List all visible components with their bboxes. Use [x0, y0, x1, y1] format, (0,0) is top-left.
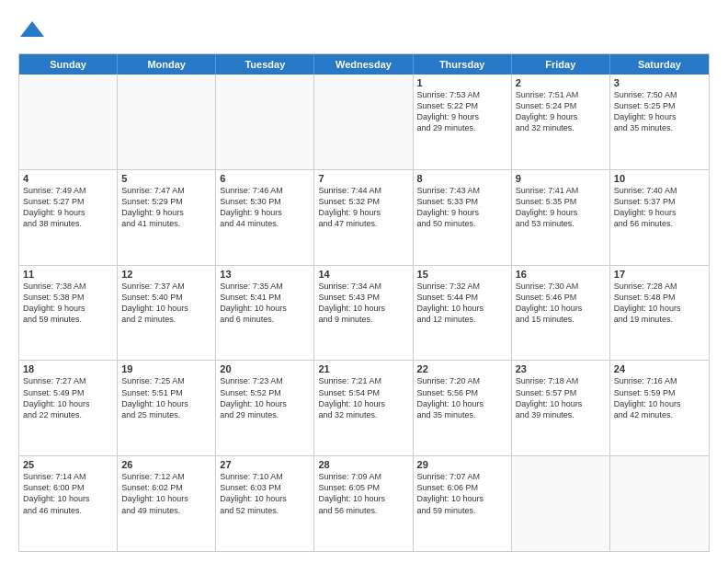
day-cell-12: 12Sunrise: 7:37 AM Sunset: 5:40 PM Dayli… [118, 266, 216, 361]
day-info: Sunrise: 7:49 AM Sunset: 5:27 PM Dayligh… [23, 185, 113, 230]
day-info: Sunrise: 7:27 AM Sunset: 5:49 PM Dayligh… [23, 375, 113, 420]
day-info: Sunrise: 7:40 AM Sunset: 5:37 PM Dayligh… [614, 185, 705, 230]
day-cell-6: 6Sunrise: 7:46 AM Sunset: 5:30 PM Daylig… [216, 170, 314, 265]
day-cell-15: 15Sunrise: 7:32 AM Sunset: 5:44 PM Dayli… [414, 266, 512, 361]
day-cell-4: 4Sunrise: 7:49 AM Sunset: 5:27 PM Daylig… [19, 170, 118, 265]
day-cell-17: 17Sunrise: 7:28 AM Sunset: 5:48 PM Dayli… [610, 266, 709, 361]
svg-marker-0 [20, 21, 44, 37]
calendar-row-3: 11Sunrise: 7:38 AM Sunset: 5:38 PM Dayli… [19, 265, 709, 361]
day-info: Sunrise: 7:25 AM Sunset: 5:51 PM Dayligh… [121, 375, 211, 420]
empty-cell [314, 75, 413, 169]
day-number: 22 [417, 363, 507, 374]
calendar-row-1: 1Sunrise: 7:53 AM Sunset: 5:22 PM Daylig… [19, 75, 709, 169]
day-number: 2 [516, 77, 606, 88]
day-cell-20: 20Sunrise: 7:23 AM Sunset: 5:52 PM Dayli… [216, 361, 314, 455]
day-number: 5 [121, 173, 211, 184]
day-cell-27: 27Sunrise: 7:10 AM Sunset: 6:03 PM Dayli… [216, 456, 314, 551]
day-info: Sunrise: 7:53 AM Sunset: 5:22 PM Dayligh… [417, 89, 507, 134]
day-cell-3: 3Sunrise: 7:50 AM Sunset: 5:25 PM Daylig… [610, 75, 709, 169]
day-cell-26: 26Sunrise: 7:12 AM Sunset: 6:02 PM Dayli… [118, 456, 216, 551]
calendar-row-2: 4Sunrise: 7:49 AM Sunset: 5:27 PM Daylig… [19, 169, 709, 265]
empty-cell [19, 75, 118, 169]
header-day-saturday: Saturday [610, 54, 709, 75]
day-number: 4 [23, 173, 113, 184]
calendar-row-5: 25Sunrise: 7:14 AM Sunset: 6:00 PM Dayli… [19, 455, 709, 551]
day-cell-18: 18Sunrise: 7:27 AM Sunset: 5:49 PM Dayli… [19, 361, 118, 455]
day-number: 15 [417, 269, 507, 280]
day-number: 11 [23, 269, 113, 280]
day-info: Sunrise: 7:34 AM Sunset: 5:43 PM Dayligh… [318, 281, 408, 326]
day-info: Sunrise: 7:37 AM Sunset: 5:40 PM Dayligh… [121, 281, 211, 326]
day-info: Sunrise: 7:12 AM Sunset: 6:02 PM Dayligh… [121, 471, 211, 516]
day-cell-21: 21Sunrise: 7:21 AM Sunset: 5:54 PM Dayli… [314, 361, 413, 455]
day-number: 16 [516, 269, 606, 280]
empty-cell [610, 456, 709, 551]
day-number: 7 [318, 173, 408, 184]
day-number: 17 [614, 269, 705, 280]
day-cell-19: 19Sunrise: 7:25 AM Sunset: 5:51 PM Dayli… [118, 361, 216, 455]
day-cell-23: 23Sunrise: 7:18 AM Sunset: 5:57 PM Dayli… [512, 361, 610, 455]
calendar-row-4: 18Sunrise: 7:27 AM Sunset: 5:49 PM Dayli… [19, 360, 709, 455]
day-number: 18 [23, 363, 113, 374]
day-info: Sunrise: 7:32 AM Sunset: 5:44 PM Dayligh… [417, 281, 507, 326]
day-cell-11: 11Sunrise: 7:38 AM Sunset: 5:38 PM Dayli… [19, 266, 118, 361]
day-cell-9: 9Sunrise: 7:41 AM Sunset: 5:35 PM Daylig… [512, 170, 610, 265]
day-number: 24 [614, 363, 705, 374]
day-info: Sunrise: 7:14 AM Sunset: 6:00 PM Dayligh… [23, 471, 113, 516]
calendar-body: 1Sunrise: 7:53 AM Sunset: 5:22 PM Daylig… [19, 75, 709, 551]
empty-cell [512, 456, 610, 551]
day-cell-28: 28Sunrise: 7:09 AM Sunset: 6:05 PM Dayli… [314, 456, 413, 551]
page: SundayMondayTuesdayWednesdayThursdayFrid… [0, 0, 728, 563]
day-cell-16: 16Sunrise: 7:30 AM Sunset: 5:46 PM Dayli… [512, 266, 610, 361]
logo-icon [18, 17, 46, 44]
day-info: Sunrise: 7:51 AM Sunset: 5:24 PM Dayligh… [516, 89, 606, 134]
day-number: 13 [220, 269, 310, 280]
day-cell-2: 2Sunrise: 7:51 AM Sunset: 5:24 PM Daylig… [512, 75, 610, 169]
day-info: Sunrise: 7:46 AM Sunset: 5:30 PM Dayligh… [220, 185, 310, 230]
day-cell-7: 7Sunrise: 7:44 AM Sunset: 5:32 PM Daylig… [314, 170, 413, 265]
day-number: 27 [220, 459, 310, 470]
day-info: Sunrise: 7:09 AM Sunset: 6:05 PM Dayligh… [318, 471, 408, 516]
day-info: Sunrise: 7:44 AM Sunset: 5:32 PM Dayligh… [318, 185, 408, 230]
day-info: Sunrise: 7:47 AM Sunset: 5:29 PM Dayligh… [121, 185, 211, 230]
day-number: 9 [516, 173, 606, 184]
day-info: Sunrise: 7:50 AM Sunset: 5:25 PM Dayligh… [614, 89, 705, 134]
day-info: Sunrise: 7:41 AM Sunset: 5:35 PM Dayligh… [516, 185, 606, 230]
day-number: 25 [23, 459, 113, 470]
day-number: 23 [516, 363, 606, 374]
header-day-friday: Friday [512, 54, 610, 75]
day-info: Sunrise: 7:38 AM Sunset: 5:38 PM Dayligh… [23, 281, 113, 326]
day-cell-25: 25Sunrise: 7:14 AM Sunset: 6:00 PM Dayli… [19, 456, 118, 551]
day-cell-24: 24Sunrise: 7:16 AM Sunset: 5:59 PM Dayli… [610, 361, 709, 455]
header-day-monday: Monday [118, 54, 216, 75]
empty-cell [216, 75, 314, 169]
header-day-tuesday: Tuesday [216, 54, 314, 75]
day-cell-22: 22Sunrise: 7:20 AM Sunset: 5:56 PM Dayli… [414, 361, 512, 455]
day-info: Sunrise: 7:16 AM Sunset: 5:59 PM Dayligh… [614, 375, 705, 420]
day-number: 14 [318, 269, 408, 280]
day-info: Sunrise: 7:30 AM Sunset: 5:46 PM Dayligh… [516, 281, 606, 326]
day-info: Sunrise: 7:43 AM Sunset: 5:33 PM Dayligh… [417, 185, 507, 230]
day-cell-10: 10Sunrise: 7:40 AM Sunset: 5:37 PM Dayli… [610, 170, 709, 265]
day-info: Sunrise: 7:21 AM Sunset: 5:54 PM Dayligh… [318, 375, 408, 420]
calendar-header: SundayMondayTuesdayWednesdayThursdayFrid… [19, 54, 709, 75]
day-number: 10 [614, 173, 705, 184]
day-number: 3 [614, 77, 705, 88]
day-cell-8: 8Sunrise: 7:43 AM Sunset: 5:33 PM Daylig… [414, 170, 512, 265]
day-cell-29: 29Sunrise: 7:07 AM Sunset: 6:06 PM Dayli… [414, 456, 512, 551]
header-day-sunday: Sunday [19, 54, 118, 75]
day-cell-13: 13Sunrise: 7:35 AM Sunset: 5:41 PM Dayli… [216, 266, 314, 361]
day-info: Sunrise: 7:20 AM Sunset: 5:56 PM Dayligh… [417, 375, 507, 420]
day-number: 19 [121, 363, 211, 374]
empty-cell [118, 75, 216, 169]
day-number: 29 [417, 459, 507, 470]
day-cell-1: 1Sunrise: 7:53 AM Sunset: 5:22 PM Daylig… [414, 75, 512, 169]
day-number: 6 [220, 173, 310, 184]
day-number: 8 [417, 173, 507, 184]
logo [18, 17, 50, 44]
day-info: Sunrise: 7:18 AM Sunset: 5:57 PM Dayligh… [516, 375, 606, 420]
day-cell-14: 14Sunrise: 7:34 AM Sunset: 5:43 PM Dayli… [314, 266, 413, 361]
day-cell-5: 5Sunrise: 7:47 AM Sunset: 5:29 PM Daylig… [118, 170, 216, 265]
day-info: Sunrise: 7:23 AM Sunset: 5:52 PM Dayligh… [220, 375, 310, 420]
header-day-thursday: Thursday [414, 54, 512, 75]
